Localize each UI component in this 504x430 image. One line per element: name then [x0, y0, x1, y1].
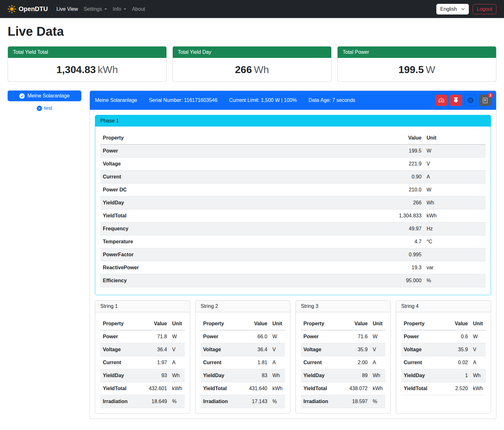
event-count-badge: 2 [488, 93, 493, 98]
inverter-panel-header: Meine Solaranlage Serial Number: 1161716… [90, 91, 496, 110]
table-header-row: Property Value Unit [401, 317, 486, 330]
row-property: Power [401, 330, 445, 343]
table-row: YieldDay266Wh [100, 196, 486, 209]
row-value: 71.6 [345, 330, 370, 343]
column-value: Value [445, 317, 470, 330]
phase-card: Phase 1 Property Value Unit [95, 115, 491, 295]
summary-card-title: Total Power [338, 47, 496, 58]
row-unit: W [424, 184, 486, 196]
row-property: Current [401, 356, 445, 369]
column-unit: Unit [470, 317, 486, 330]
row-unit: % [424, 274, 486, 287]
table-row: YieldTotal2.520kWh [401, 382, 486, 395]
column-value: Value [245, 317, 270, 330]
row-value: 210.0 [294, 184, 424, 196]
summary-value: 199.5 [398, 64, 424, 75]
row-value: 0.90 [294, 171, 424, 184]
row-value: 17.143 [245, 395, 270, 408]
language-select-value: English [440, 6, 457, 12]
string-card-body: Property Value Unit Power0.6W Voltage35.… [396, 312, 491, 400]
power-button[interactable] [450, 95, 462, 106]
row-value: 93 [144, 369, 170, 382]
nav-about[interactable]: About [129, 4, 148, 15]
chevron-down-icon [461, 7, 465, 11]
row-value: 1.97 [144, 356, 170, 369]
inverter-select-active-button[interactable]: Meine Solaranlage [8, 90, 81, 101]
summary-card-yield-day: Total Yield Day 266Wh [172, 46, 332, 82]
table-row: Current0.02A [401, 356, 486, 369]
table-row: Current1.81A [201, 356, 285, 369]
summary-card-body: 266Wh [173, 58, 331, 81]
row-property: Power [301, 330, 345, 343]
string-card-title: String 3 [296, 301, 390, 312]
table-row: Voltage36.4V [100, 343, 185, 356]
column-value: Value [345, 317, 370, 330]
column-property: Property [301, 317, 345, 330]
row-unit: A [170, 356, 185, 369]
limit-settings-button[interactable] [435, 95, 447, 106]
event-log-button[interactable]: 2 [479, 95, 491, 106]
string-card-body: Property Value Unit Power71.8W Voltage36… [95, 312, 190, 413]
navbar: OpenDTU Live View Settings Info About En… [0, 0, 504, 18]
table-row: Voltage221.9V [100, 158, 486, 171]
row-unit: % [370, 395, 385, 408]
row-unit: var [424, 261, 486, 274]
table-row: PowerFactor0.995 [100, 248, 486, 261]
language-select[interactable]: English [436, 4, 469, 15]
summary-unit: Wh [254, 64, 269, 75]
table-row: ReactivePower19.3var [100, 261, 486, 274]
row-property: Voltage [100, 343, 144, 356]
nav-info[interactable]: Info [110, 4, 129, 15]
row-property: Current [201, 356, 245, 369]
row-value: 49.97 [294, 222, 424, 235]
nav-settings[interactable]: Settings [81, 4, 110, 15]
row-unit: W [170, 330, 185, 343]
row-property: Voltage [100, 158, 294, 171]
logout-button[interactable]: Logout [473, 4, 496, 14]
summary-unit: W [426, 64, 435, 75]
nav-live-view[interactable]: Live View [53, 4, 81, 15]
row-property: YieldTotal [301, 382, 345, 395]
row-value: 36.4 [245, 343, 270, 356]
summary-row: Total Yield Total 1,304.83kWh Total Yiel… [8, 46, 496, 82]
phase-card-body: Property Value Unit Power199.5W Voltage2… [95, 127, 491, 295]
row-property: Power [100, 145, 294, 158]
brand[interactable]: OpenDTU [8, 5, 48, 13]
inverter-select-test[interactable]: test [8, 105, 81, 111]
row-property: Power DC [100, 184, 294, 196]
cpu-icon [468, 97, 473, 103]
chevron-down-icon [124, 9, 126, 10]
row-value: 1.81 [245, 356, 270, 369]
row-unit: V [270, 343, 285, 356]
row-property: Frequency [100, 222, 294, 235]
row-value: 83 [245, 369, 270, 382]
inverter-panel-body: Phase 1 Property Value Unit [90, 110, 496, 419]
column-unit: Unit [424, 132, 486, 145]
row-value: 18.597 [345, 395, 370, 408]
row-value: 95.000 [294, 274, 424, 287]
table-row: Frequency49.97Hz [100, 222, 486, 235]
row-value: 266 [294, 196, 424, 209]
table-row: Current0.90A [100, 171, 486, 184]
table-row: Voltage36.4V [201, 343, 285, 356]
row-property: YieldDay [100, 369, 144, 382]
navbar-left: OpenDTU Live View Settings Info About [8, 4, 148, 15]
inverter-limit: Current Limit: 1,500 W | 100% [229, 97, 297, 103]
row-value: 0.995 [294, 248, 424, 261]
row-value: 35.9 [445, 343, 470, 356]
summary-card-body: 1,304.83kWh [8, 58, 166, 81]
summary-value: 266 [235, 64, 252, 75]
row-property: YieldTotal [100, 209, 294, 222]
table-row: Power66.0W [201, 330, 285, 343]
row-property: Efficiency [100, 274, 294, 287]
device-info-button[interactable] [464, 95, 476, 106]
string-card-1: String 1 Property Value Unit [95, 300, 190, 414]
string-table: Property Value Unit Power71.6W Voltage35… [301, 317, 385, 408]
row-unit: V [370, 343, 385, 356]
row-unit: Wh [170, 369, 185, 382]
column-value: Value [144, 317, 170, 330]
row-property: Irradiation [100, 395, 144, 408]
row-property: Voltage [401, 343, 445, 356]
row-unit: kWh [470, 382, 486, 395]
row-property: Current [100, 171, 294, 184]
